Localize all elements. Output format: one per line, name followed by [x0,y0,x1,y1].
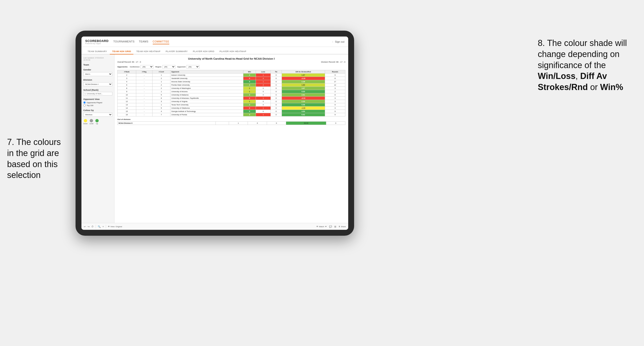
cell-diff: 3.67 [282,87,325,90]
nav-teams[interactable]: TEAMS [139,39,148,44]
cell-rounds: 9 [325,103,345,107]
share-icon: ⬆ [338,226,340,228]
sidebar-division-select[interactable]: NCAA Division I [83,82,112,86]
cell-rounds: 12 [325,83,345,87]
cell-win: 0 [243,97,256,100]
cell-opponent: University of Oklahoma [170,107,243,110]
cell-reg: - [136,110,152,113]
cell-loss: 0 [256,87,270,90]
region-filter-select[interactable]: (All) [162,65,176,69]
toolbar-share[interactable]: ⬆ Share [338,226,346,228]
sidebar-gender-select[interactable]: Men's [83,72,112,76]
cell-tie: 0 [270,90,282,93]
cell-diff: 2.33 [282,100,325,103]
zoom-in-icon[interactable]: + [102,225,104,228]
cell-opponent: University of Alabama [170,93,243,97]
logo-sub: Powered by clippd [85,43,108,44]
col-loss: Loss [256,70,270,74]
sub-nav-player-h2h-heatmap[interactable]: PLAYER H2H HEATMAP [217,48,249,54]
cell-rank: 14 [118,107,136,110]
table-row: 15 - 4 Georgia Institute of Technology 5… [118,110,345,113]
cell-diff: 6.62 [282,113,325,116]
legend-down: Down [83,119,88,125]
sidebar-radio-opponents-played: Opponents Played [83,101,112,104]
sidebar-timestamp: Last Updated: 27/03/202416:55:38 [83,57,112,61]
sub-nav-player-summary[interactable]: PLAYER SUMMARY [163,48,190,54]
history-icon[interactable]: ⏱ [91,225,94,228]
watch-label: Watch [319,226,324,228]
sub-nav-team-h2h-grid[interactable]: TEAM H2H GRID [110,48,134,54]
conference-filter-select[interactable]: (All) [140,65,154,69]
legend-up-label: Up [96,123,98,125]
legend-level-label: Level [90,123,94,125]
redo-icon[interactable]: ↪ [88,225,90,228]
toolbar-view[interactable]: 👁 View: Original [108,226,122,228]
cell-rank: 10 [118,93,136,97]
cell-win: 1 [243,87,256,90]
nav-tournaments[interactable]: TOURNAMENTS [113,39,134,44]
cell-rank: 16 [118,113,136,116]
cell-opponent: Vanderbilt University [170,77,243,80]
cell-rounds: 9 [325,113,345,116]
cell-loss: 0 [256,90,270,93]
undo-icon[interactable]: ↩ [84,225,86,228]
cell-conf: 2 [152,87,170,90]
table-row: 11 - 6 University of Arkansas, Fayettevi… [118,97,345,100]
cell-conf: 4 [152,110,170,113]
cell-conf: 5 [152,93,170,97]
cell-rounds: 3 [325,100,345,103]
nav-sign-out[interactable]: Sign out [335,40,344,43]
col-diff: Diff Av Strokes/Rnd [282,70,325,74]
cell-rounds: 3 [325,97,345,100]
toolbar-watch[interactable]: 👁 Watch ▼ [316,226,327,228]
cell-diff: 4.50 [282,110,325,113]
watch-icon: 👁 [316,226,318,228]
table-row: 4 - 1 Arizona State University 5 1 0 2.2… [118,80,345,83]
ood-rounds: 3 [326,122,345,125]
annotation-left: 7. The colours in the grid are based on … [7,137,68,181]
col-reg: # Reg [136,70,152,74]
toolbar-icon-comments[interactable]: 💬 [329,225,332,228]
sub-nav-team-summary[interactable]: TEAM SUMMARY [85,48,109,54]
legend-up: Up [95,119,99,125]
sidebar-opponent-view-label: Opponent View [83,98,112,100]
table-row: 16 - 7 University of Florida 3 1 0 6.62 … [118,113,345,116]
sidebar-radio-top100-input[interactable] [83,104,86,107]
ood-label: NCAA Division II [118,122,216,125]
sub-nav-team-h2h-heatmap[interactable]: TEAM H2H HEATMAP [134,48,163,54]
table-row: 3 - 2 Vanderbilt University 0 4 0 -2.29 … [118,77,345,80]
cell-conf: 7 [152,113,170,116]
cell-opponent: University of Arkansas, Fayetteville [170,97,243,100]
cell-rank: 6 [118,83,136,87]
legend-level: Level [90,119,94,125]
cell-win: 5 [243,80,256,83]
sub-nav-player-h2h-grid[interactable]: PLAYER H2H GRID [190,48,217,54]
sidebar-colour-by-select[interactable]: Win/loss [83,113,112,117]
zoom-out-icon[interactable]: 🔍 [98,225,100,228]
cell-rounds: 17 [325,80,345,83]
toolbar-icon-grid[interactable]: ⊞ [334,225,336,228]
sidebar-team-section: Team [83,63,112,66]
sidebar-colour-by-label: Colour by [83,109,112,112]
opponent-filter-select[interactable]: (All) [186,65,200,69]
annotation-right-text2: , [576,71,580,81]
cell-opponent: Texas Tech University [170,103,243,107]
cell-reg: - [136,74,152,77]
cell-reg: - [136,93,152,97]
cell-loss: 1 [256,80,270,83]
grid-content: University of North Carolina Head-to-Hea… [114,54,348,223]
toolbar-sep1 [96,225,96,228]
app-logo: SCOREBOARD Powered by clippd [85,39,108,44]
cell-tie: 0 [270,107,282,110]
cell-win: 3 [243,113,256,116]
nav-committee[interactable]: COMMITTEE [153,39,170,44]
table-header-row: # Rank # Reg # Conf Opponent Win Loss Ti… [118,70,345,74]
sidebar-school-label: School (Rank) [83,89,112,91]
cell-reg: - [136,97,152,100]
sidebar-radio-opponents-played-input[interactable] [83,101,86,104]
cell-rank: 13 [118,103,136,107]
cell-win: 3 [243,93,256,97]
annotation-right-bold1: Win/Loss [538,71,576,81]
cell-rank: 15 [118,110,136,113]
cell-loss: 0 [256,103,270,107]
